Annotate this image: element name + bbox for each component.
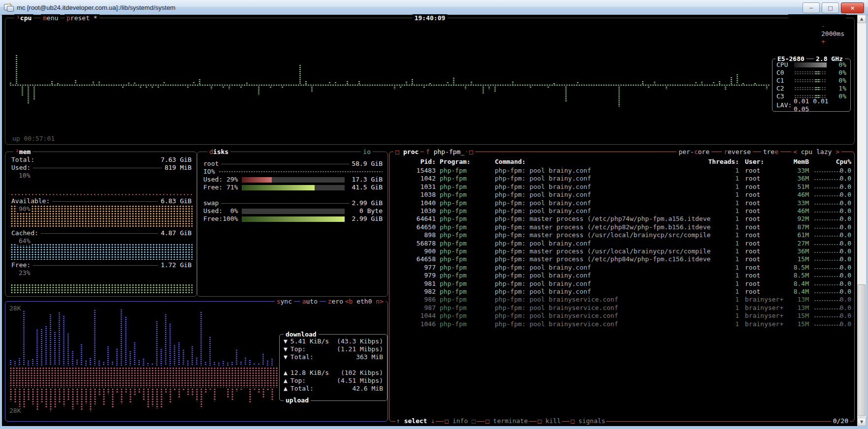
column-header-mem[interactable]: MemB (781, 158, 809, 166)
terminate-action[interactable]: □ terminate (484, 417, 529, 425)
download-arrow-icon: ▼ (284, 353, 288, 361)
process-row[interactable]: 1042php-fpmphp-fpm: pool brainy.conf1roo… (394, 175, 849, 183)
zero-toggle[interactable]: zero (326, 298, 345, 306)
disk-name-row: root58.9 GiB (203, 160, 383, 168)
mem-percent-label: 90% (17, 205, 32, 213)
tab-cpu[interactable]: ¹cpu (14, 14, 33, 22)
disks-panel: disks io root58.9 GiBIO%Used: 29%17.3 Gi… (197, 152, 388, 297)
tab-proc[interactable]: proc (401, 148, 420, 156)
mem-used-graph (10, 193, 193, 196)
cpu-usage-graph (9, 65, 770, 120)
auto-toggle[interactable]: auto (300, 298, 320, 306)
preset-button[interactable]: preset * (64, 14, 99, 22)
process-row[interactable]: 15483php-fpmphp-fpm: pool brainy.conf1ro… (394, 167, 849, 175)
window-title: mc [root@ub24.itdeveloper.com.ua]:/lib/s… (17, 4, 175, 11)
process-row[interactable]: 900php-fpmphp-fpm: master process (/usr/… (394, 247, 849, 255)
column-header-program[interactable]: Program: (440, 158, 471, 166)
disk-io-row: IO% (203, 168, 383, 176)
scroll-up-button[interactable]: ▲ (857, 15, 866, 23)
reverse-toggle[interactable]: reverse (722, 148, 753, 156)
menu-button[interactable]: menu (41, 14, 60, 22)
cpu-info-box: E5-2680 2.8 GHz CPU0%C00%C10%C21%C30% LA… (772, 59, 851, 112)
mem-row: Cached:4.87 GiB (11, 229, 192, 237)
per-core-toggle[interactable]: per-core (676, 148, 711, 156)
process-row[interactable]: 981php-fpmphp-fpm: pool brainy.conf1root… (394, 280, 849, 288)
process-row[interactable]: 56878php-fpmphp-fpm: pool brainy.conf1ro… (394, 240, 849, 247)
signals-action[interactable]: □ signals (570, 417, 606, 425)
disk-name-row: swap2.99 GiB (203, 199, 383, 207)
column-header-user[interactable]: User: (745, 158, 764, 166)
download-stat-row: ▼5.41 KiB/s(43.3 Kibps) (280, 337, 387, 345)
process-row[interactable]: 898php-fpmphp-fpm: master process (/usr/… (394, 231, 849, 239)
update-interval: - 2000ms + (788, 14, 846, 54)
maximize-button[interactable]: □ (822, 2, 839, 13)
upload-stat-row: ▲12.8 KiB/s(102 Kibps) (280, 369, 387, 377)
process-row[interactable]: 987php-fpmphp-fpm: pool brainyservice.co… (394, 304, 849, 312)
uptime-label: up 00:57:01 (12, 135, 55, 143)
interval-value: 2000ms (821, 30, 844, 37)
process-actions-bar: ↑ select ↓□ info □□ terminate□ kill□ sig… (395, 417, 606, 425)
process-row[interactable]: 64658php-fpmphp-fpm: master process (/et… (394, 255, 849, 263)
disk-used-bar (242, 177, 345, 183)
mem-percent-label: 23% (17, 269, 32, 277)
core-meter-dots (794, 87, 827, 91)
interface-switcher[interactable]: <b eth0 n> (343, 298, 386, 306)
tab-mem[interactable]: ²mem (13, 148, 32, 156)
scrollbar-thumb[interactable] (858, 284, 866, 416)
net-speed-box: download upload ▼5.41 KiB/s(43.3 Kibps)▼… (279, 334, 387, 401)
cpu-core-row: CPU0% (776, 61, 846, 69)
process-row[interactable]: 977php-fpmphp-fpm: pool brainy.conf1root… (394, 264, 849, 272)
process-filter-input[interactable]: f php-fpm_ (424, 148, 466, 156)
disk-free-row: Free: 71%41.5 GiB (203, 184, 383, 191)
mem-percent-label: 64% (17, 237, 32, 245)
process-row[interactable]: 982php-fpmphp-fpm: pool brainy.conf1root… (394, 288, 849, 296)
upload-stat-row: ▲Top:(4.51 Mibps) (280, 377, 387, 385)
disks-title: disks (207, 148, 230, 156)
minimize-button[interactable]: ─ (803, 2, 820, 13)
disk-used-bar (242, 209, 345, 214)
upload-stat-row: ▲Total:42.6 MiB (280, 385, 387, 393)
download-graph (9, 308, 275, 366)
mem-cached-graph (10, 244, 193, 260)
cpu-core-row: C21% (776, 85, 846, 92)
mem-available-graph (10, 205, 193, 228)
sync-toggle[interactable]: sync (275, 298, 294, 306)
process-row[interactable]: 979php-fpmphp-fpm: pool brainy.conf1root… (394, 272, 849, 279)
network-panel: sync auto zero <b eth0 n> 28K 28K downlo… (5, 301, 388, 422)
scrollbar[interactable]: ▲ ▼ (857, 15, 866, 426)
mem-row: Available:6.83 GiB (11, 197, 192, 205)
column-header-threads[interactable]: Threads: (700, 158, 739, 166)
info-action[interactable]: □ info □ (444, 417, 477, 425)
load-average-row: LAV: 0.01 0.01 0.05 (776, 101, 846, 109)
process-row[interactable]: 986php-fpmphp-fpm: pool brainyservice.co… (394, 296, 849, 304)
io-toggle[interactable]: io (361, 148, 373, 156)
process-row[interactable]: 1030php-fpmphp-fpm: pool brainy.conf1roo… (394, 207, 849, 215)
process-panel: □ proc f php-fpm_ □ per-core reverse tre… (389, 152, 855, 422)
app-window: mc [root@ub24.itdeveloper.com.ua]:/lib/s… (0, 0, 868, 429)
app-icon (4, 3, 14, 12)
process-row[interactable]: 1044php-fpmphp-fpm: pool brainyservice.c… (394, 312, 849, 320)
select-action[interactable]: ↑ select ↓ (395, 417, 436, 425)
process-row[interactable]: 64641php-fpmphp-fpm: master process (/et… (394, 215, 849, 223)
column-header-pid[interactable]: Pid: (394, 158, 436, 166)
sort-column-switcher[interactable]: < cpu lazy > (791, 148, 841, 156)
column-header-cpu[interactable]: Cpu% (830, 158, 851, 166)
process-row[interactable]: 1046php-fpmphp-fpm: pool brainyservice.c… (394, 320, 849, 328)
disk-used-row: Used: 29%17.3 GiB (203, 176, 383, 184)
process-row[interactable]: 1040php-fpmphp-fpm: pool brainy.conf1roo… (394, 199, 849, 207)
scroll-down-button[interactable]: ▼ (857, 418, 866, 426)
process-row[interactable]: 64650php-fpmphp-fpm: master process (/et… (394, 223, 849, 231)
column-header-command[interactable]: Command: (495, 158, 526, 166)
mem-row: Free:1.72 GiB (11, 261, 192, 269)
interval-increase-button[interactable]: + (821, 38, 825, 45)
upload-graph (9, 388, 278, 415)
process-table-header: Pid: Program: Command: Threads: User: Me… (394, 158, 849, 166)
process-row[interactable]: 1038php-fpmphp-fpm: pool brainy.conf1roo… (394, 191, 849, 199)
kill-action[interactable]: □ kill (537, 417, 562, 425)
interval-decrease-button[interactable]: - (821, 22, 825, 30)
tree-toggle[interactable]: tree (761, 148, 780, 156)
process-row[interactable]: 1031php-fpmphp-fpm: pool brainy.conf1roo… (394, 183, 849, 191)
close-button[interactable]: × (841, 2, 864, 13)
disk-free-row: Free:100%2.99 GiB (203, 215, 383, 223)
clock: 19:40:09 (413, 14, 448, 22)
